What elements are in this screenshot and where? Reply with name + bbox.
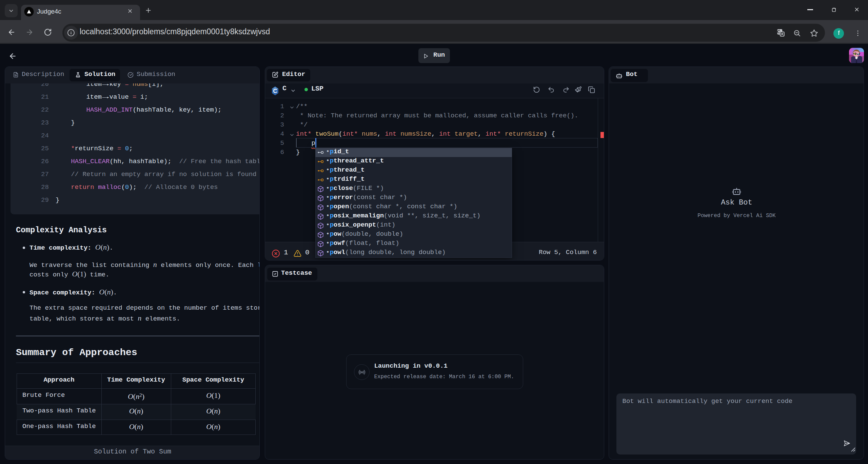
svg-text:C: C: [273, 88, 277, 94]
